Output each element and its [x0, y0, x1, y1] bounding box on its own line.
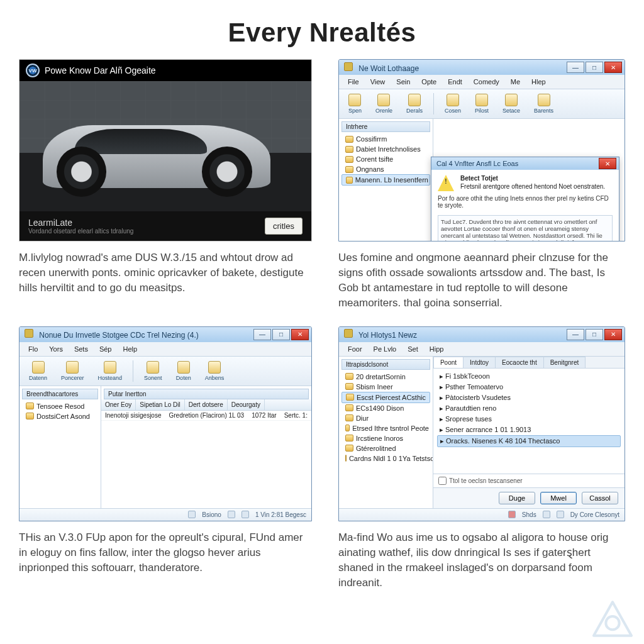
footer-checkbox[interactable]: [438, 477, 447, 485]
list-item[interactable]: ▸ Psther Temoatervo: [437, 382, 621, 392]
column-header[interactable]: Sipetian Lo Dil: [136, 399, 184, 410]
menu-item[interactable]: Endt: [443, 77, 467, 87]
footer-checkbox-row[interactable]: Ttol te oeclsn tescansener: [433, 474, 625, 487]
menubar[interactable]: FloYorsSetsSépHelp: [19, 342, 311, 357]
tab[interactable]: Benitgnret: [543, 357, 586, 368]
tree-pane[interactable]: Intrhere CossifirrmDabiet Inretchnolises…: [339, 119, 433, 188]
dialog-close-button[interactable]: ✕: [599, 158, 616, 169]
menu-item[interactable]: Sein: [391, 77, 415, 87]
toolbar-button[interactable]: Cosen: [439, 92, 467, 116]
titlebar: Ne Woit Lothaage ― □ ✕: [339, 60, 625, 75]
toolbar-button[interactable]: Setace: [497, 92, 526, 116]
menu-item[interactable]: Help: [118, 344, 142, 354]
toolbar-icon: [377, 94, 390, 106]
menu-item[interactable]: Pe Lvlo: [369, 344, 402, 354]
minimize-button[interactable]: ―: [567, 329, 584, 340]
tree-item[interactable]: Tensoee Resod: [22, 401, 98, 411]
tab[interactable]: Eocaocte tht: [495, 357, 544, 368]
item-list[interactable]: ▸ Fi 1sbkTceoon▸ Psther Temoatervo▸ Pàto…: [433, 369, 625, 474]
column-headers[interactable]: Oner EoySipetian Lo DilDert dotsereDeour…: [101, 399, 311, 411]
tree-item[interactable]: Sbism Ineer: [341, 382, 430, 392]
menu-item[interactable]: Hipp: [425, 344, 449, 354]
toolbar-button[interactable]: Poncerer: [55, 359, 90, 383]
list-rows[interactable]: Inenotoji sisigesjoseGredretion (Flaciro…: [101, 411, 311, 508]
tree-item[interactable]: Diur: [341, 413, 430, 423]
toolbar-button[interactable]: Pilost: [469, 92, 494, 116]
list-item[interactable]: ▸ Sroprese tuses: [437, 414, 621, 425]
list-item[interactable]: ▸ Oracks. Nisenes K 48 104 Thectasco: [437, 435, 621, 447]
dialog-details[interactable]: Tud Lec7. Duvdent thro tre aivnt cettenn…: [438, 215, 613, 242]
menu-item[interactable]: Sets: [69, 344, 93, 354]
toolbar-button[interactable]: Anbens: [199, 359, 230, 383]
footer-button[interactable]: Duge: [499, 492, 535, 504]
tree-item[interactable]: 20 dretartSornin: [341, 372, 430, 382]
list-item[interactable]: ▸ Pàtocisterb Vsudetes: [437, 392, 621, 403]
menu-item[interactable]: Me: [506, 77, 525, 87]
toolbar-button[interactable]: Barents: [528, 92, 559, 116]
folder-icon: [345, 146, 353, 153]
toolbar-button[interactable]: Datenn: [23, 359, 53, 383]
toolbar[interactable]: SpenOrenleDeralsCosenPilostSetaceBarents: [339, 89, 625, 119]
menu-item[interactable]: Opte: [416, 77, 441, 87]
toolbar[interactable]: DatennPoncererHosteandSonentDotenAnbens: [19, 357, 311, 386]
tree-item[interactable]: Gtérerolitned: [341, 443, 430, 453]
tree-item[interactable]: Etrsed Ithre tsntrol Peote: [341, 423, 430, 433]
tree-item[interactable]: Manenn. Lb Inesentfern: [341, 174, 430, 186]
menu-item[interactable]: Flo: [23, 344, 43, 354]
menu-item[interactable]: Set: [402, 344, 423, 354]
toolbar-button[interactable]: Derals: [401, 92, 428, 116]
tree-item[interactable]: ECs1490 Dison: [341, 403, 430, 413]
tree-item[interactable]: Escst Piercest ACsthic: [341, 392, 430, 403]
column-header[interactable]: Deourgaty: [228, 399, 265, 410]
list-item[interactable]: ▸ Fi 1sbkTceoon: [437, 371, 621, 382]
list-item[interactable]: ▸ Parautdtien reno: [437, 403, 621, 414]
tabs[interactable]: PoontIntdtoyEocaocte thtBenitgnret: [433, 357, 625, 369]
close-button[interactable]: ✕: [291, 329, 309, 340]
menu-item[interactable]: File: [343, 77, 364, 87]
left-pane[interactable]: Breendthacartores Tensoee ResodDostsiCer…: [19, 386, 101, 508]
tree-item[interactable]: Ircstiene Inoros: [341, 433, 430, 443]
menu-item[interactable]: Hlep: [526, 77, 551, 87]
maximize-button[interactable]: □: [272, 329, 290, 340]
close-button[interactable]: ✕: [604, 329, 622, 340]
menubar[interactable]: FileViewSeinOpteEndtComedyMeHlep: [339, 75, 625, 89]
ad-cta-button[interactable]: critles: [265, 218, 303, 235]
toolbar-button[interactable]: Spen: [343, 92, 367, 116]
tree-item[interactable]: Corent tsifte: [341, 154, 430, 164]
tree-item[interactable]: Cardns Nldl 1 0 1Ya Tetstson: [341, 453, 430, 464]
maximize-button[interactable]: □: [586, 62, 603, 73]
minimize-button[interactable]: ―: [253, 329, 271, 340]
tree-item[interactable]: DostsiCert Asond: [22, 411, 98, 421]
menu-item[interactable]: Foor: [343, 344, 367, 354]
list-header: Putar Inertton: [104, 389, 309, 399]
tree-item[interactable]: Ongnans: [341, 164, 430, 174]
menu-item[interactable]: Comedy: [469, 77, 504, 87]
column-header[interactable]: Oner Eoy: [101, 399, 136, 410]
menu-item[interactable]: Sép: [94, 344, 117, 354]
maximize-button[interactable]: □: [586, 329, 603, 340]
table-row[interactable]: Inenotoji sisigesjoseGredretion (Flaciro…: [101, 411, 311, 421]
toolbar-button[interactable]: Orenle: [370, 92, 398, 116]
folder-icon: [345, 404, 353, 411]
menu-item[interactable]: Yors: [44, 344, 68, 354]
toolbar-button[interactable]: Sonent: [138, 359, 168, 383]
toolbar-button[interactable]: Doten: [170, 359, 197, 383]
list-item[interactable]: ▸ Sener acrrance 1 01 1.9013: [437, 425, 621, 435]
tree-item[interactable]: Dabiet Inretchnolises: [341, 144, 430, 154]
tree-item[interactable]: Cossifirrm: [341, 134, 430, 144]
toolbar-button[interactable]: Hosteand: [92, 359, 128, 383]
tab[interactable]: Poont: [433, 357, 464, 368]
tab[interactable]: Intdtoy: [463, 357, 496, 368]
tree-pane[interactable]: Ittrapisdclsonot 20 dretartSorninSbism I…: [339, 357, 433, 508]
status-text-2: 1 Vin 2:81 Begesc: [255, 511, 306, 518]
footer-button[interactable]: Cassol: [582, 492, 618, 504]
minimize-button[interactable]: ―: [567, 62, 584, 73]
page-title: Every Nrealtés: [0, 0, 644, 59]
footer-button[interactable]: Mwel: [540, 492, 577, 504]
ad-scene: [19, 81, 311, 211]
close-button[interactable]: ✕: [604, 62, 622, 73]
folder-icon: [345, 414, 353, 421]
column-header[interactable]: Dert dotsere: [185, 399, 228, 410]
menubar[interactable]: FoorPe LvloSetHipp: [339, 342, 625, 357]
menu-item[interactable]: View: [365, 77, 391, 87]
